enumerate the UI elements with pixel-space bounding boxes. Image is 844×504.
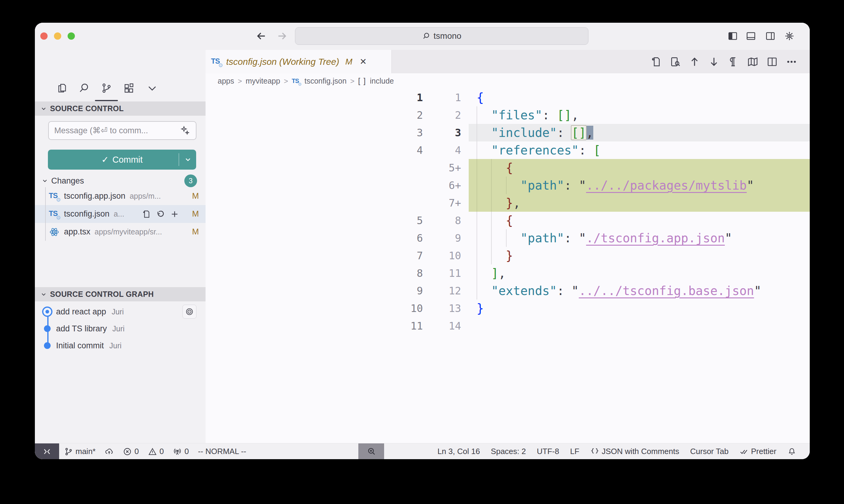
- file-name: tsconfig.app.json: [64, 192, 125, 201]
- modified-status-badge: M: [192, 209, 199, 219]
- commit-row-3[interactable]: Initial commitJuri: [35, 337, 206, 354]
- modified-line-number: 3: [403, 124, 461, 141]
- commit-row-2[interactable]: add TS libraryJuri: [35, 320, 206, 337]
- changed-file-row-app.tsx[interactable]: app.tsxapps/myviteapp/sr...M: [35, 223, 206, 241]
- error-icon: [123, 447, 132, 456]
- code-line-9[interactable]: 69 "path": "./tsconfig.app.json": [206, 229, 810, 247]
- toggle-primary-sidebar-icon[interactable]: [728, 31, 738, 41]
- indent-guide: [477, 159, 477, 212]
- minimize-window-button[interactable]: [54, 32, 61, 40]
- status-item-utf-8[interactable]: UTF-8: [537, 447, 559, 456]
- status-item-0[interactable]: 0: [173, 447, 189, 456]
- more-views-chevron-icon[interactable]: [147, 83, 158, 94]
- changes-section-row[interactable]: Changes 3: [35, 174, 206, 187]
- code-text: }: [477, 300, 484, 317]
- status-item-spaces-2[interactable]: Spaces: 2: [491, 447, 526, 456]
- toggle-panel-icon[interactable]: [746, 31, 756, 41]
- indent-guide: [477, 212, 477, 300]
- code-text: "include": [],: [477, 124, 593, 141]
- commit-graph-node: [42, 307, 52, 317]
- indent-guide: [491, 212, 492, 265]
- compare-file-icon[interactable]: [669, 56, 681, 68]
- status-item-main[interactable]: main*: [64, 447, 96, 456]
- status-item-label: Ln 3, Col 16: [437, 447, 480, 456]
- changes-label: Changes: [51, 176, 84, 186]
- status-item-normal[interactable]: -- NORMAL --: [198, 447, 246, 456]
- tab-close-icon[interactable]: ✕: [360, 57, 366, 67]
- commit-dropdown-chevron-icon[interactable]: [184, 156, 192, 164]
- discard-icon[interactable]: [156, 209, 165, 219]
- zoom-indicator[interactable]: [358, 444, 384, 459]
- code-line-8[interactable]: 58 {: [206, 212, 810, 229]
- commit-row-1[interactable]: add react appJuri: [35, 303, 206, 320]
- status-item-lf[interactable]: LF: [570, 447, 579, 456]
- code-line-1[interactable]: 11{: [206, 89, 810, 106]
- breadcrumb-item-include[interactable]: include: [370, 77, 394, 85]
- changed-file-row-tsconfig.app.json[interactable]: TS⚙tsconfig.app.jsonapps/m...M: [35, 187, 206, 205]
- breadcrumb-item-apps[interactable]: apps: [218, 77, 234, 85]
- settings-gear-icon[interactable]: [784, 31, 795, 41]
- indent-guide: [491, 159, 492, 212]
- explorer-icon[interactable]: [56, 83, 68, 94]
- code-line-13[interactable]: 1013}: [206, 300, 810, 317]
- source-control-graph-section-header[interactable]: SOURCE CONTROL GRAPH: [35, 287, 206, 301]
- maximize-window-button[interactable]: [68, 32, 75, 40]
- changed-file-row-tsconfig.json[interactable]: TS⚙tsconfig.jsona...M: [35, 205, 206, 223]
- source-control-icon[interactable]: [101, 83, 112, 94]
- map-view-icon[interactable]: [747, 56, 759, 68]
- code-line-12[interactable]: 912 "extends": "../../tsconfig.base.json…: [206, 282, 810, 300]
- status-item-label: 0: [184, 447, 189, 456]
- commit-graph-node: [44, 342, 51, 349]
- stage-icon[interactable]: [170, 209, 179, 219]
- status-item-ln-3-col-16[interactable]: Ln 3, Col 16: [437, 447, 480, 456]
- previous-change-icon[interactable]: [688, 56, 701, 68]
- goto-commit-target-icon[interactable]: [183, 305, 196, 319]
- command-center-search[interactable]: tsmono: [295, 27, 588, 45]
- open-file-icon[interactable]: [141, 209, 151, 219]
- breadcrumb-item-myviteapp[interactable]: myviteapp: [245, 77, 280, 85]
- breadcrumb-item-tsconfig.json[interactable]: tsconfig.json: [304, 77, 346, 85]
- status-item-label: UTF-8: [537, 447, 559, 456]
- toggle-secondary-sidebar-icon[interactable]: [765, 31, 775, 41]
- status-item-0[interactable]: 0: [123, 447, 139, 456]
- render-whitespace-icon[interactable]: [727, 56, 739, 68]
- close-window-button[interactable]: [40, 32, 48, 40]
- code-line-5[interactable]: 5+ {: [206, 159, 810, 177]
- split-editor-icon[interactable]: [766, 56, 778, 68]
- cloud-upload-icon: [105, 447, 114, 456]
- open-changes-icon[interactable]: [650, 56, 662, 68]
- commit-message-input[interactable]: Message (⌘⏎ to comm...: [48, 121, 196, 140]
- generate-commit-message-sparkle-icon[interactable]: [180, 125, 190, 136]
- source-control-graph-title: SOURCE CONTROL GRAPH: [50, 290, 154, 299]
- code-line-7[interactable]: 7+ },: [206, 194, 810, 212]
- search-icon: [422, 32, 430, 40]
- status-item-cloud-upload[interactable]: [105, 447, 114, 456]
- code-line-4[interactable]: 44 "references": [: [206, 141, 810, 159]
- file-name: tsconfig.json: [64, 209, 109, 219]
- navigate-forward-icon[interactable]: [276, 30, 288, 42]
- commit-button[interactable]: ✓ Commit: [48, 150, 196, 169]
- status-item-cursor-tab[interactable]: Cursor Tab: [690, 447, 729, 456]
- remote-indicator[interactable]: [35, 444, 59, 459]
- tab-tsconfig-working-tree[interactable]: TS⚙ tsconfig.json (Working Tree) M ✕: [206, 50, 392, 73]
- modified-line-number: 14: [403, 317, 461, 335]
- code-line-6[interactable]: 6+ "path": "../../packages/mytslib": [206, 177, 810, 194]
- file-path: a...: [114, 210, 124, 218]
- status-item-bell[interactable]: [787, 447, 796, 456]
- next-change-icon[interactable]: [708, 56, 720, 68]
- status-item-json-with-comments[interactable]: JSON with Comments: [590, 447, 679, 456]
- sidebar-source-control: SOURCE CONTROL Message (⌘⏎ to comm... ✓ …: [35, 50, 206, 443]
- search-sidebar-icon[interactable]: [78, 83, 90, 94]
- status-item-prettier[interactable]: Prettier: [739, 447, 776, 456]
- status-item-0[interactable]: 0: [148, 447, 164, 456]
- navigate-back-icon[interactable]: [255, 30, 268, 42]
- diff-editor-code-area[interactable]: 11{22 "files": [],33 "include": [],44 "r…: [206, 89, 810, 443]
- extensions-icon[interactable]: [123, 83, 135, 94]
- code-line-11[interactable]: 811 ],: [206, 265, 810, 282]
- code-line-14[interactable]: 1114: [206, 317, 810, 335]
- code-line-2[interactable]: 22 "files": [],: [206, 106, 810, 124]
- code-line-3[interactable]: 33 "include": [],: [206, 124, 810, 141]
- source-control-section-header[interactable]: SOURCE CONTROL: [35, 102, 206, 116]
- code-line-10[interactable]: 710 }: [206, 247, 810, 265]
- more-actions-icon[interactable]: [786, 56, 798, 68]
